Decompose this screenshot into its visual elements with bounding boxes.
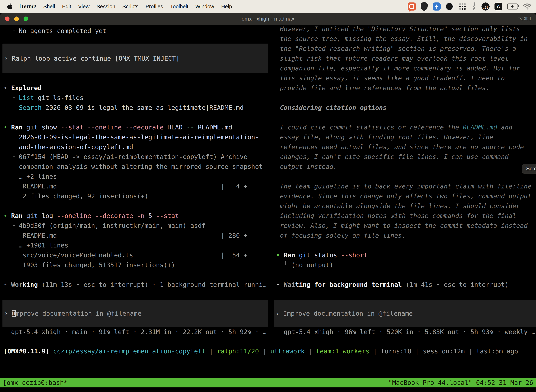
tmux-pane-right[interactable]: However, I noticed the "Directory Struct… (271, 25, 536, 343)
terminal-line: evidence. Since this change only affects… (276, 191, 531, 201)
menu-item-view[interactable]: View (78, 4, 90, 9)
tmux-session-label: [omx-cczip0:bash* (3, 378, 67, 387)
terminal-line: › Ralph loop active continue [OMX_TMUX_I… (4, 54, 180, 63)
terminal-line: │ 2026-03-09-is-legal-the-same-as-legiti… (4, 132, 267, 142)
terminal-line: the "Related research writing" section i… (276, 44, 531, 54)
cable-squiggle-icon[interactable] (471, 2, 477, 11)
screen-tooltip: Scre (522, 164, 536, 173)
dots-grid-icon[interactable] (459, 3, 466, 10)
terminal-line: essay file, along with finding root file… (276, 132, 531, 142)
terminal-line: • Ran git log --oneline --decorate -n 5 … (4, 211, 267, 221)
terminal-line (276, 172, 531, 182)
terminal-line (4, 201, 267, 211)
model-status-line-right: gpt-5.4 xhigh · 96% left · 520K in · 5.8… (276, 327, 535, 337)
terminal-line: gpt-5.4 xhigh · 96% left · 520K in · 5.8… (276, 327, 535, 337)
input-source-a-icon[interactable]: A (494, 3, 502, 10)
tmux-pane-left[interactable]: └ No agents completed yet › Ralph loop a… (0, 25, 271, 343)
terminal-line: I could cite commit statistics or refere… (276, 122, 531, 132)
terminal-line: … +2 lines (4, 172, 267, 182)
terminal-line: │ and-the-erosion-of-copyleft.md (4, 142, 267, 152)
terminal-line: › Improve documentation in @filename (276, 308, 413, 318)
terminal-line (4, 112, 267, 122)
menu-items: iTerm2ShellEditViewSessionScriptsProfile… (19, 4, 232, 9)
apple-menu-icon[interactable] (7, 3, 13, 10)
menu-status-icons: ..61 A (408, 2, 536, 11)
shield-grid-icon[interactable] (421, 2, 428, 11)
menu-item-session[interactable]: Session (96, 4, 115, 9)
terminal-line: might be acceptable alongside the file l… (276, 201, 531, 211)
menu-item-scripts[interactable]: Scripts (122, 4, 139, 9)
agent-transcript-left: • Explored └ List git ls-files Search 20… (4, 83, 267, 289)
agent-transcript-right: However, I noticed the "Directory Struct… (276, 25, 531, 289)
terminal-line: [OMX#0.11.9] cczip/essay/ai-reimplementa… (4, 346, 518, 356)
terminal-line (276, 270, 531, 280)
terminal-line: references need actual files, and since … (276, 142, 531, 152)
menu-item-profiles[interactable]: Profiles (145, 4, 163, 9)
composer-input-right[interactable]: › Improve documentation in @filename (274, 300, 536, 327)
lightning-hex-icon[interactable] (433, 2, 441, 10)
menu-item-edit[interactable]: Edit (62, 4, 71, 9)
screen: iTerm2ShellEditViewSessionScriptsProfile… (0, 0, 536, 392)
terminal-line (276, 240, 531, 250)
terminal-line: • Ran git status --short (276, 250, 531, 260)
tmux-status-bar: [omx-cczip0:bash* "MacBook-Pro-44.local"… (0, 378, 536, 387)
terminal-line: including verification notes with those … (276, 211, 531, 221)
terminal-line: └ 067f154 (HEAD -> essay/ai-reimplementa… (4, 152, 267, 162)
terminal-line: this single essay, it seems like a good … (276, 73, 531, 83)
tmux-host-clock: "MacBook-Pro-44.local" 04:52 31-Mar-26 (388, 378, 533, 387)
terminal-line: changes, I can't cite specific file line… (276, 152, 531, 162)
menu-item-help[interactable]: Help (221, 4, 232, 9)
terminal-line: companion analysis without altering the … (4, 162, 267, 172)
terminal-window: omx --xhigh --madmax ⌥⌘1 └ No agents com… (0, 13, 536, 392)
menu-item-toolbelt[interactable]: Toolbelt (170, 4, 188, 9)
terminal-line: └ No agents completed yet (4, 26, 106, 36)
pane-border-bottom-left (0, 343, 271, 343)
menu-item-shell[interactable]: Shell (43, 4, 55, 9)
terminal-line: companion file, especially if more comme… (276, 63, 531, 73)
terminal-line: output instead. (276, 162, 531, 172)
terminal-line: › Improve documentation in @filename (4, 308, 141, 318)
terminal-line: • Ran git show --stat --oneline --decora… (4, 122, 267, 132)
terminal-line: gpt-5.4 xhigh · main · 91% left · 2.31M … (4, 327, 267, 337)
terminal-line: 1903 files changed, 513517 insertions(+) (4, 260, 267, 270)
model-status-line-left: gpt-5.4 xhigh · main · 91% left · 2.31M … (4, 327, 267, 337)
terminal-line: • Waiting for background terminal (1m 41… (276, 280, 531, 289)
terminal-line: README.md | 4 + (4, 182, 267, 191)
wifi-icon[interactable] (523, 3, 531, 10)
terminal-line: the source tree, missing the essay. Stil… (276, 34, 531, 44)
arc-browser-icon[interactable] (446, 2, 454, 10)
terminal-line: The team guideline is to back every impo… (276, 182, 531, 191)
window-title: omx --xhigh --madmax (0, 13, 536, 25)
battery-charging-icon[interactable] (507, 4, 518, 9)
menu-item-window[interactable]: Window (195, 4, 214, 9)
terminal-line: └ (no output) (276, 260, 531, 270)
composer-input-left[interactable]: › Improve documentation in @filename (2, 300, 268, 327)
terminal-line: Considering citation options (276, 103, 531, 112)
menu-bar: iTerm2ShellEditViewSessionScriptsProfile… (0, 0, 536, 13)
terminal-line (4, 270, 267, 280)
terminal-line: 2 files changed, 92 insertions(+) (4, 191, 267, 201)
terminal-line: └ 4b9d30f (origin/main, instructkr/main,… (4, 221, 267, 231)
terminal-line: However, I noticed the "Directory Struct… (276, 25, 531, 34)
terminal-line: • Explored (4, 83, 267, 93)
terminal-line (276, 93, 531, 103)
omx-status-bar: [OMX#0.11.9] cczip/essay/ai-reimplementa… (4, 346, 518, 356)
terminal-line: slight risk that future readers may over… (276, 54, 531, 63)
terminal-line: src/voice/voiceModeEnabled.ts | 54 + (4, 250, 267, 260)
terminal-line: review. Also, I might want to inspect th… (276, 221, 531, 231)
terminal-line: … +1901 lines (4, 240, 267, 250)
screenshot-app-icon[interactable] (408, 2, 416, 10)
title-bar[interactable]: omx --xhigh --madmax ⌥⌘1 (0, 13, 536, 25)
injected-prompt-box[interactable]: › Ralph loop active continue [OMX_TMUX_I… (2, 44, 268, 73)
terminal-line: README.md | 280 + (4, 231, 267, 240)
terminal-line (276, 112, 531, 122)
window-shortcut-badge: ⌥⌘1 (518, 13, 532, 25)
terminal-line: provide file and line references from th… (276, 83, 531, 93)
terminal-content: └ No agents completed yet › Ralph loop a… (0, 25, 536, 392)
menu-item-iterm2[interactable]: iTerm2 (19, 4, 36, 9)
terminal-line: of focusing solely on file lines. (276, 231, 531, 240)
agents-status-lines: └ No agents completed yet (4, 26, 106, 36)
pane-divider-vertical[interactable] (271, 25, 271, 343)
network-61-badge-icon[interactable]: ..61 (482, 2, 490, 10)
pane-border-bottom-right (271, 343, 536, 343)
